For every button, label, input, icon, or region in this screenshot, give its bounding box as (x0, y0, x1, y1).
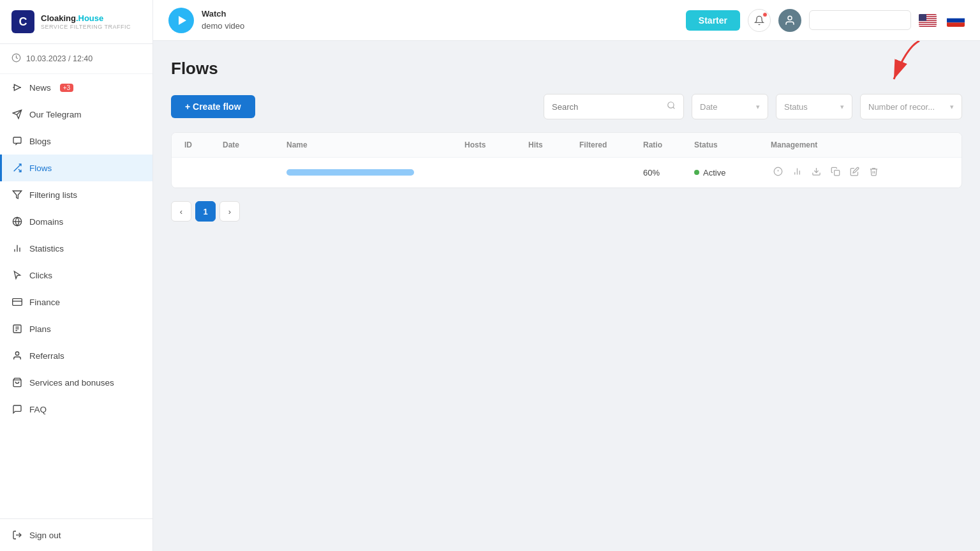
col-id: ID (184, 140, 223, 149)
flag-us-icon[interactable] (919, 14, 937, 27)
records-filter-label: Number of recor... (868, 102, 935, 112)
status-label: Active (703, 168, 725, 177)
pagination: ‹ 1 › (171, 201, 962, 222)
stats-action-icon[interactable] (790, 167, 804, 178)
search-icon (667, 101, 676, 112)
news-badge: +3 (60, 84, 73, 92)
svg-marker-8 (13, 191, 21, 199)
svg-text:C: C (19, 15, 27, 28)
svg-rect-30 (919, 24, 937, 26)
search-input[interactable] (552, 102, 662, 112)
col-hosts: Hosts (464, 140, 528, 149)
sidebar-item-finance[interactable]: Finance (0, 289, 152, 315)
sidebar-item-news[interactable]: News +3 (0, 74, 152, 101)
toolbar: + Create flow Date ▾ Status ▾ Number of … (171, 94, 962, 119)
records-filter[interactable]: Number of recor... ▾ (860, 94, 962, 119)
col-status: Status (694, 140, 771, 149)
prev-page-button[interactable]: ‹ (171, 201, 191, 222)
delete-action-icon[interactable] (866, 167, 880, 178)
sidebar-item-clicks[interactable]: Clicks (0, 262, 152, 289)
svg-rect-31 (919, 14, 926, 21)
person-icon (11, 350, 23, 361)
sidebar-item-signout[interactable]: Sign out (0, 522, 152, 548)
status-active-badge: Active (694, 168, 771, 177)
demo-text: Watch demo video (202, 8, 244, 31)
notification-dot (762, 12, 768, 17)
search-box[interactable] (544, 94, 684, 119)
notification-button[interactable] (748, 9, 771, 32)
main-area: Watch demo video Starter (153, 0, 980, 551)
cell-status: Active (694, 168, 771, 177)
info-action-icon[interactable] (771, 167, 785, 178)
sidebar-item-referrals[interactable]: Referrals (0, 342, 152, 369)
sidebar-bottom: Sign out (0, 518, 152, 551)
chat-square-icon (11, 135, 23, 147)
col-filtered: Filtered (579, 140, 643, 149)
sidebar-item-domains[interactable]: Domains (0, 208, 152, 235)
svg-rect-33 (947, 18, 965, 22)
cell-ratio: 60% (643, 168, 694, 177)
demo-line1: Watch (202, 8, 244, 20)
sidebar-item-faq[interactable]: FAQ (0, 396, 152, 423)
col-name: Name (286, 140, 464, 149)
date-filter-label: Date (700, 102, 717, 112)
edit-action-icon[interactable] (847, 167, 861, 178)
cell-name (286, 169, 464, 176)
sidebar-item-flows-label: Flows (29, 163, 52, 173)
date-chevron-icon: ▾ (756, 103, 760, 111)
chat-icon (11, 404, 23, 415)
play-triangle-icon (179, 16, 186, 25)
user-avatar-button[interactable] (778, 9, 801, 32)
flag-ru-icon[interactable] (947, 14, 965, 27)
power-icon (11, 529, 23, 541)
svg-rect-32 (947, 14, 965, 19)
status-dot (694, 170, 699, 175)
svg-rect-28 (919, 20, 937, 22)
sidebar-item-finance-label: Finance (29, 298, 60, 307)
sidebar-item-blogs-label: Blogs (29, 137, 51, 146)
header: Watch demo video Starter (153, 0, 980, 41)
sidebar-item-filtering[interactable]: Filtering lists (0, 181, 152, 208)
play-button[interactable] (168, 8, 194, 33)
logo-subtitle: SERVICE FILTERING TRAFFIC (41, 24, 131, 30)
page-title: Flows (171, 59, 962, 79)
sidebar-item-plans[interactable]: Plans (0, 315, 152, 342)
sidebar-item-telegram[interactable]: Our Telegram (0, 101, 152, 128)
next-page-button[interactable]: › (219, 201, 240, 222)
sidebar-item-blogs[interactable]: Blogs (0, 128, 152, 155)
col-hits: Hits (528, 140, 579, 149)
svg-rect-34 (947, 22, 965, 27)
starter-button[interactable]: Starter (686, 10, 740, 31)
svg-point-36 (668, 102, 674, 108)
sidebar-item-services-label: Services and bonuses (29, 378, 114, 388)
sidebar-item-statistics[interactable]: Statistics (0, 235, 152, 262)
sidebar-datetime: 10.03.2023 / 12:40 (0, 44, 152, 74)
megaphone-icon (11, 82, 23, 93)
list-alt-icon (11, 323, 23, 335)
sidebar-item-flows[interactable]: Flows (0, 155, 152, 181)
create-flow-button[interactable]: + Create flow (171, 95, 255, 118)
svg-point-20 (15, 352, 19, 355)
logo-name-white: Cloaking (41, 13, 76, 23)
header-search-input[interactable] (809, 10, 911, 30)
sidebar-item-referrals-label: Referrals (29, 351, 64, 361)
records-chevron-icon: ▾ (950, 103, 954, 111)
col-ratio: Ratio (643, 140, 694, 149)
sidebar-item-services[interactable]: Services and bonuses (0, 369, 152, 396)
download-action-icon[interactable] (809, 167, 823, 178)
date-filter[interactable]: Date ▾ (692, 94, 768, 119)
status-filter[interactable]: Status ▾ (776, 94, 852, 119)
clock-icon (11, 53, 21, 64)
paper-plane-icon (11, 109, 23, 120)
content-area: Flows + Create flow Date ▾ Status ▾ Numb… (153, 41, 980, 551)
credit-card-icon (11, 296, 23, 308)
copy-action-icon[interactable] (828, 167, 842, 178)
header-right: Starter (686, 9, 965, 32)
signout-label: Sign out (29, 531, 61, 540)
row-actions (771, 167, 949, 178)
svg-rect-14 (13, 299, 22, 306)
logo-name-blue: .House (76, 13, 103, 23)
bar-chart-icon (11, 243, 23, 254)
sidebar-item-domains-label: Domains (29, 217, 63, 227)
page-1-button[interactable]: 1 (195, 201, 216, 222)
